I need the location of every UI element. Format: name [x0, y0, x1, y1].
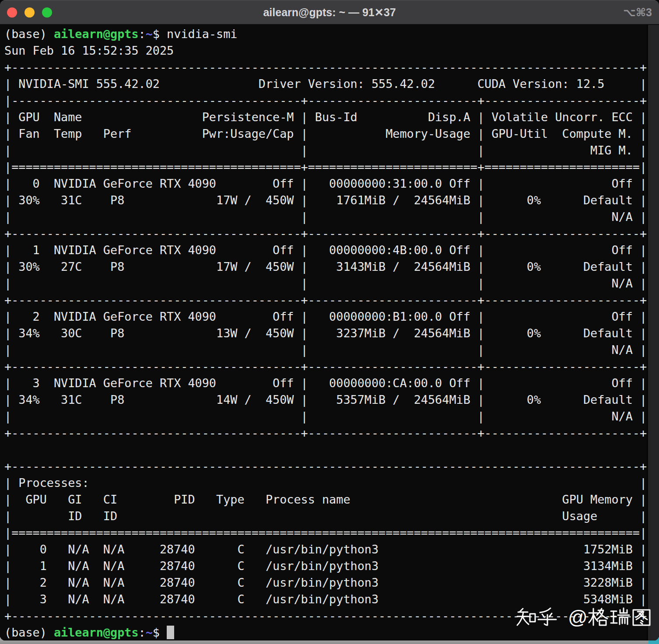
- prompt-cwd: ~: [146, 626, 153, 639]
- close-button[interactable]: [7, 7, 17, 18]
- prompt-symbol: $: [153, 27, 167, 41]
- command-text: nvidia-smi: [167, 27, 237, 41]
- watermark-char-rui: [611, 608, 629, 624]
- prompt-separator: :: [139, 626, 146, 639]
- prompt-symbol: $: [153, 626, 167, 639]
- terminal-output: (base) ailearn@gpts:~$ nvidia-smi Sun Fe…: [0, 25, 647, 640]
- desktop-background: ailearn@gpts: ~ — 91✕37 ⌥⌘3 (base) ailea…: [0, 0, 659, 644]
- watermark-char-tu: [633, 610, 650, 625]
- terminal-content[interactable]: (base) ailearn@gpts:~$ nvidia-smi Sun Fe…: [0, 25, 659, 640]
- watermark-zhihu: @: [513, 606, 654, 628]
- window-shortcut-badge: ⌥⌘3: [623, 0, 652, 24]
- watermark-at-sign: @: [568, 606, 588, 628]
- nvidia-smi-output: +---------------------------------------…: [4, 60, 647, 623]
- scrollbar-track[interactable]: [647, 25, 659, 640]
- terminal-cursor: [167, 626, 174, 639]
- prompt-userhost: ailearn@gpts: [54, 626, 139, 639]
- watermark-char-zhi: [517, 609, 535, 625]
- watermark-char-hu: [538, 608, 556, 625]
- prompt-cwd: ~: [146, 27, 153, 41]
- prompt-venv: (base): [4, 626, 54, 639]
- datetime-text: Sun Feb 16 15:52:35 2025: [4, 44, 174, 57]
- window-title: ailearn@gpts: ~ — 91✕37: [0, 0, 659, 24]
- terminal-window: ailearn@gpts: ~ — 91✕37 ⌥⌘3 (base) ailea…: [0, 0, 659, 640]
- minimize-button[interactable]: [25, 7, 35, 18]
- prompt-separator: :: [139, 27, 146, 41]
- prompt-userhost: ailearn@gpts: [54, 27, 139, 41]
- prompt-venv: (base): [4, 27, 54, 41]
- titlebar[interactable]: ailearn@gpts: ~ — 91✕37 ⌥⌘3: [0, 0, 659, 24]
- watermark-char-ge: [589, 609, 607, 625]
- traffic-lights: [7, 7, 52, 18]
- zoom-button[interactable]: [42, 7, 52, 18]
